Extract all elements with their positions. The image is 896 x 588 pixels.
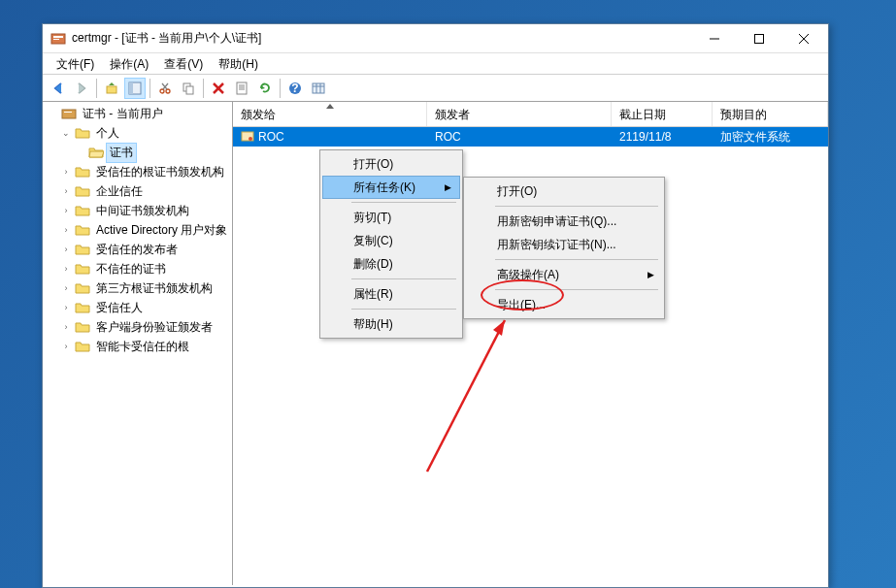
- column-issued-by[interactable]: 颁发者: [427, 102, 612, 126]
- expand-icon[interactable]: ›: [60, 341, 72, 352]
- statusbar: [43, 585, 828, 587]
- menu-file[interactable]: 文件(F): [49, 53, 102, 74]
- tree-untrusted[interactable]: › 不信任的证书: [43, 259, 232, 278]
- submenu-arrow-icon: ▶: [647, 270, 654, 279]
- table-row[interactable]: ROC ROC 2119/11/8 加密文件系统: [233, 127, 828, 147]
- ctx-advanced[interactable]: 高级操作(A)▶: [466, 263, 662, 286]
- ctx-separator: [351, 202, 456, 203]
- ctx-open-2[interactable]: 打开(O): [466, 180, 662, 203]
- tree-personal[interactable]: ⌄ 个人: [43, 123, 232, 143]
- expand-icon[interactable]: ›: [60, 244, 72, 255]
- expand-icon[interactable]: ›: [60, 166, 72, 178]
- view-options-button[interactable]: [308, 78, 329, 99]
- column-expiration[interactable]: 截止日期: [612, 102, 713, 126]
- expand-icon[interactable]: ›: [60, 205, 72, 216]
- properties-button[interactable]: [231, 78, 252, 99]
- toolbar: ?: [43, 75, 828, 102]
- tree-ad-user-object[interactable]: › Active Directory 用户对象: [43, 220, 232, 240]
- ctx-separator: [495, 259, 658, 260]
- context-submenu: 打开(O) 用新密钥申请证书(Q)... 用新密钥续订证书(N)... 高级操作…: [463, 177, 665, 319]
- help-button[interactable]: ?: [284, 78, 306, 99]
- tree-label: 第三方根证书颁发机构: [93, 279, 216, 298]
- ctx-all-tasks[interactable]: 所有任务(K)▶: [322, 176, 460, 199]
- tree-label: 受信任的根证书颁发机构: [93, 163, 227, 181]
- expand-icon[interactable]: ›: [60, 224, 72, 236]
- tree-label: Active Directory 用户对象: [93, 221, 230, 240]
- list-header: 颁发给 颁发者 截止日期 预期目的: [233, 102, 828, 127]
- minimize-button[interactable]: [692, 24, 737, 52]
- tree-label: 个人: [93, 124, 122, 143]
- expand-icon[interactable]: ›: [60, 302, 72, 313]
- tree-certificates[interactable]: 证书: [43, 143, 232, 162]
- back-button[interactable]: [48, 78, 69, 99]
- submenu-arrow-icon: ▶: [445, 182, 451, 192]
- refresh-button[interactable]: [254, 78, 276, 99]
- tree-trusted-publishers[interactable]: › 受信任的发布者: [43, 240, 232, 259]
- ctx-renew-new-key[interactable]: 用新密钥续订证书(N)...: [466, 233, 662, 256]
- tree-label: 受信任的发布者: [93, 241, 181, 259]
- folder-icon: [75, 243, 90, 256]
- context-menu: 打开(O) 所有任务(K)▶ 剪切(T) 复制(C) 删除(D) 属性(R) 帮…: [319, 149, 463, 339]
- menu-action[interactable]: 操作(A): [102, 53, 156, 74]
- svg-rect-28: [62, 110, 76, 118]
- close-button[interactable]: [781, 24, 826, 52]
- ctx-cut[interactable]: 剪切(T): [322, 206, 460, 229]
- ctx-separator: [495, 289, 658, 290]
- svg-text:?: ?: [291, 82, 298, 95]
- cell-issued-to: ROC: [233, 128, 427, 147]
- svg-rect-18: [237, 82, 247, 94]
- tree-enterprise-trust[interactable]: › 企业信任: [43, 181, 232, 201]
- show-tree-button[interactable]: [124, 78, 146, 99]
- svg-rect-15: [186, 86, 193, 94]
- tree-label: 证书: [107, 144, 136, 162]
- ctx-export[interactable]: 导出(E)...: [466, 293, 662, 316]
- ctx-separator: [495, 206, 658, 207]
- tree-client-auth-issuers[interactable]: › 客户端身份验证颁发者: [43, 317, 232, 337]
- tree-trusted-root[interactable]: › 受信任的根证书颁发机构: [43, 162, 232, 181]
- ctx-copy[interactable]: 复制(C): [322, 229, 460, 252]
- folder-icon: [75, 301, 90, 314]
- collapse-icon[interactable]: [47, 108, 58, 119]
- cell-issued-by: ROC: [427, 128, 612, 146]
- menu-view[interactable]: 查看(V): [156, 53, 211, 74]
- folder-icon: [75, 165, 90, 179]
- ctx-help[interactable]: 帮助(H): [322, 312, 460, 336]
- folder-icon: [75, 126, 90, 140]
- copy-button[interactable]: [178, 78, 199, 99]
- folder-icon: [75, 184, 90, 198]
- cut-button[interactable]: [154, 78, 176, 99]
- tree-trusted-people[interactable]: › 受信任人: [43, 298, 232, 317]
- forward-button[interactable]: [71, 78, 92, 99]
- tree-intermediate-ca[interactable]: › 中间证书颁发机构: [43, 201, 232, 220]
- svg-rect-4: [755, 34, 764, 43]
- svg-point-11: [166, 89, 170, 93]
- collapse-icon[interactable]: ⌄: [60, 127, 72, 139]
- menu-help[interactable]: 帮助(H): [211, 53, 266, 74]
- tree-panel[interactable]: 证书 - 当前用户 ⌄ 个人 证书 › 受信任的根证书颁发机构 › 企业信任: [43, 102, 233, 585]
- tree-root[interactable]: 证书 - 当前用户: [43, 104, 232, 123]
- ctx-open[interactable]: 打开(O): [322, 152, 460, 176]
- expand-icon[interactable]: ›: [60, 321, 72, 333]
- column-purpose[interactable]: 预期目的: [713, 102, 828, 126]
- column-issued-to[interactable]: 颁发给: [233, 102, 427, 126]
- delete-button[interactable]: [208, 78, 229, 99]
- svg-point-31: [249, 137, 252, 141]
- tree-smartcard-trusted-roots[interactable]: › 智能卡受信任的根: [43, 337, 232, 356]
- maximize-button[interactable]: [737, 24, 781, 52]
- ctx-properties[interactable]: 属性(R): [322, 282, 460, 306]
- window-title: certmgr - [证书 - 当前用户\个人\证书]: [72, 30, 692, 47]
- up-button[interactable]: [101, 78, 122, 99]
- expand-icon[interactable]: ›: [60, 282, 72, 294]
- ctx-request-new-key[interactable]: 用新密钥申请证书(Q)...: [466, 210, 662, 233]
- tree-label: 证书 - 当前用户: [80, 105, 166, 123]
- ctx-delete[interactable]: 删除(D): [322, 252, 460, 276]
- folder-icon: [75, 204, 90, 217]
- tree-third-party-root[interactable]: › 第三方根证书颁发机构: [43, 278, 232, 298]
- cert-store-icon: [61, 107, 77, 120]
- ctx-separator: [351, 309, 456, 310]
- expand-icon[interactable]: ›: [60, 185, 72, 197]
- expand-icon[interactable]: ›: [60, 263, 72, 275]
- tree-label: 客户端身份验证颁发者: [93, 318, 216, 337]
- cell-purpose: 加密文件系统: [713, 127, 828, 147]
- menubar: 文件(F) 操作(A) 查看(V) 帮助(H): [43, 53, 828, 75]
